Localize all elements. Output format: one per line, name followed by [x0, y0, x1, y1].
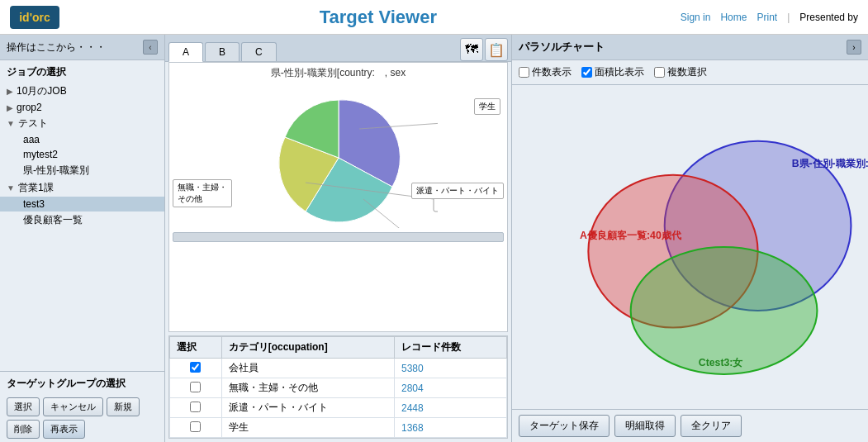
sidebar-header: 操作はここから・・・ ‹ — [0, 35, 164, 60]
save-target-button[interactable]: ターゲット保存 — [519, 415, 609, 437]
row-category: 学生 — [221, 418, 394, 438]
arrow-down-icon: ▼ — [7, 119, 15, 128]
clear-all-button[interactable]: 全クリア — [681, 415, 742, 437]
row-count: 1368 — [394, 418, 506, 438]
tree-child-prefecture[interactable]: 県-性別-職業別 — [0, 162, 164, 179]
print-link[interactable]: Print — [757, 12, 777, 23]
arrow-right-icon: ▶ — [7, 103, 13, 112]
center-panel: A B C 🗺 📋 県-性別-職業別[country: , sex — [165, 35, 512, 442]
table-row: 派遣・パート・バイト2448 — [170, 398, 507, 418]
pie-chart: 学生 派遣・パート・バイト 無職・主婦・ その他 学生 派遣・パート・バイト 無… — [169, 83, 507, 232]
parallel-chart-title: パラソルチャート — [519, 40, 605, 55]
arrow-right-icon: ▶ — [7, 87, 13, 96]
sidebar: 操作はここから・・・ ‹ ジョブの選択 ▶ 10月のJOB ▶ grop2 ▼ … — [0, 35, 165, 442]
tree-child-mytest2[interactable]: mytest2 — [0, 147, 164, 162]
cancel-button[interactable]: キャンセル — [43, 397, 103, 416]
show-conditions-checkbox[interactable] — [519, 67, 529, 78]
show-area-checkbox[interactable] — [581, 67, 592, 78]
label-student: 学生 — [474, 98, 500, 115]
header-nav: Sign in Home Print | Presented by — [681, 12, 858, 23]
chart-title: 県-性別-職業別[country: , sex — [169, 63, 507, 83]
venn-diagram-area: B県-住別-職業別:会社員 A優良顧客一覧:40歳代 Ctest3:女 — [512, 85, 868, 409]
table-row: 会社員5380 — [170, 359, 507, 378]
show-area-option[interactable]: 面積比表示 — [581, 65, 644, 79]
tree-child-loyal-customers[interactable]: 優良顧客一覧 — [0, 211, 164, 229]
sidebar-collapse-button[interactable]: ‹ — [143, 40, 158, 55]
pie-svg: 学生 派遣・パート・バイト 無職・主婦・ その他 — [240, 88, 438, 228]
parallel-bottom-buttons: ターゲット保存 明細取得 全クリア — [512, 409, 868, 442]
horizontal-scrollbar[interactable] — [173, 232, 504, 242]
delete-button[interactable]: 削除 — [7, 420, 40, 439]
tree-child-aaa[interactable]: aaa — [0, 132, 164, 147]
sidebar-buttons: 選択 キャンセル 新規 削除 再表示 — [0, 394, 164, 442]
main-area: 操作はここから・・・ ‹ ジョブの選択 ▶ 10月のJOB ▶ grop2 ▼ … — [0, 35, 868, 442]
data-table: 選択 カテゴリ[occupation] レコード件数 会社員5380無職・主婦・… — [169, 336, 507, 438]
presented-by-text: Presented by — [799, 12, 858, 23]
center-tabs: A B C 🗺 📋 — [165, 35, 511, 62]
label-b: B県-住別-職業別:会社員 — [792, 158, 868, 169]
row-checkbox-cell[interactable] — [170, 378, 222, 398]
new-button[interactable]: 新規 — [107, 397, 140, 416]
row-category: 会社員 — [221, 359, 394, 378]
row-checkbox-cell[interactable] — [170, 359, 222, 378]
right-panel: パラソルチャート › 件数表示 面積比表示 複数選択 — [512, 35, 868, 442]
app-logo: id'orc — [10, 6, 59, 29]
tree-child-test3[interactable]: test3 — [0, 197, 164, 211]
target-group-label: ターゲットグループの選択 — [0, 371, 164, 394]
row-count: 5380 — [394, 359, 506, 378]
arrow-down-icon: ▼ — [7, 183, 15, 192]
select-button[interactable]: 選択 — [7, 397, 40, 416]
parallel-collapse-button[interactable]: › — [847, 40, 861, 55]
row-count: 2448 — [394, 398, 506, 418]
tab-a[interactable]: A — [168, 42, 203, 62]
row-checkbox[interactable] — [190, 382, 201, 392]
chart-icon[interactable]: 🗺 — [460, 38, 483, 61]
table-row: 学生1368 — [170, 418, 507, 438]
show-area-label: 面積比表示 — [595, 65, 644, 79]
col-select: 選択 — [170, 337, 222, 359]
multiple-select-label: 複数選択 — [667, 65, 707, 79]
tree-item-october-job[interactable]: ▶ 10月のJOB — [0, 83, 164, 100]
app-title: Target Viewer — [76, 7, 681, 28]
row-checkbox[interactable] — [190, 402, 201, 412]
row-checkbox-cell[interactable] — [170, 418, 222, 438]
row-category: 無職・主婦・その他 — [221, 378, 394, 398]
sidebar-header-label: 操作はここから・・・ — [7, 40, 106, 55]
row-checkbox[interactable] — [190, 421, 201, 432]
redisplay-button[interactable]: 再表示 — [43, 420, 85, 439]
get-detail-button[interactable]: 明細取得 — [614, 415, 676, 437]
table-row: 無職・主婦・その他2804 — [170, 378, 507, 398]
venn-svg: B県-住別-職業別:会社員 A優良顧客一覧:40歳代 Ctest3:女 — [512, 85, 868, 409]
table-body: 会社員5380無職・主婦・その他2804派遣・パート・バイト2448学生1368 — [170, 359, 507, 438]
tree-item-test[interactable]: ▼ テスト — [0, 115, 164, 132]
tree-item-sales1[interactable]: ▼ 営業1課 — [0, 179, 164, 197]
label-dispatch: 派遣・パート・バイト — [411, 183, 504, 199]
col-category: カテゴリ[occupation] — [221, 337, 394, 359]
show-conditions-option[interactable]: 件数表示 — [519, 65, 572, 79]
label-c: Ctest3:女 — [699, 357, 744, 368]
row-checkbox-cell[interactable] — [170, 398, 222, 418]
show-conditions-label: 件数表示 — [532, 65, 572, 79]
label-a: A優良顧客一覧:40歳代 — [580, 230, 682, 241]
tree-item-grop2[interactable]: ▶ grop2 — [0, 100, 164, 115]
col-count: レコード件数 — [394, 337, 506, 359]
row-checkbox[interactable] — [190, 362, 201, 373]
venn-circle-c[interactable] — [631, 247, 818, 374]
data-table-area: 選択 カテゴリ[occupation] レコード件数 会社員5380無職・主婦・… — [168, 335, 508, 439]
home-link[interactable]: Home — [720, 12, 747, 23]
parallel-chart-header: パラソルチャート › — [512, 35, 868, 60]
parallel-options: 件数表示 面積比表示 複数選択 — [512, 60, 868, 85]
row-count: 2804 — [394, 378, 506, 398]
chart-area: 県-性別-職業別[country: , sex 学生 — [168, 62, 508, 332]
row-category: 派遣・パート・バイト — [221, 398, 394, 418]
table-icon[interactable]: 📋 — [485, 38, 508, 61]
multiple-select-checkbox[interactable] — [654, 67, 665, 78]
job-section-label: ジョブの選択 — [0, 60, 164, 81]
tab-b[interactable]: B — [205, 42, 240, 61]
sign-in-link[interactable]: Sign in — [681, 12, 711, 23]
tab-c[interactable]: C — [241, 42, 277, 61]
job-tree: ▶ 10月のJOB ▶ grop2 ▼ テスト aaa mytest2 県-性別… — [0, 81, 164, 371]
multiple-select-option[interactable]: 複数選択 — [654, 65, 707, 79]
label-unemployed: 無職・主婦・その他 — [173, 179, 232, 207]
app-header: id'orc Target Viewer Sign in Home Print … — [0, 0, 868, 35]
